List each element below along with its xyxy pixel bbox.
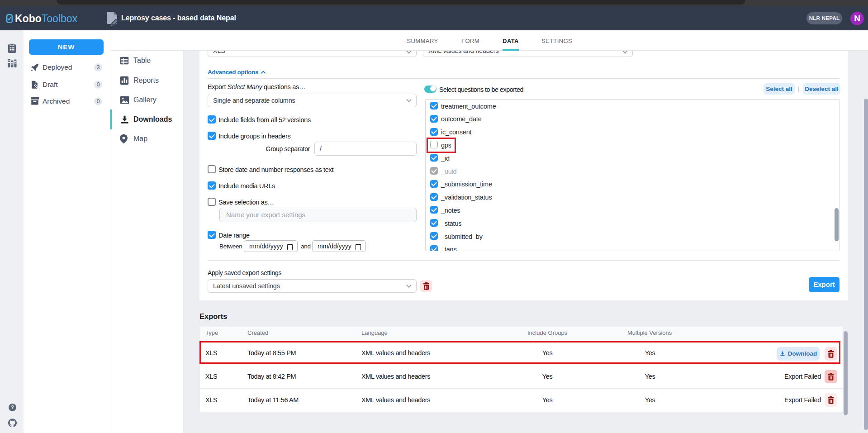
svg-text:?: ? xyxy=(11,404,14,410)
